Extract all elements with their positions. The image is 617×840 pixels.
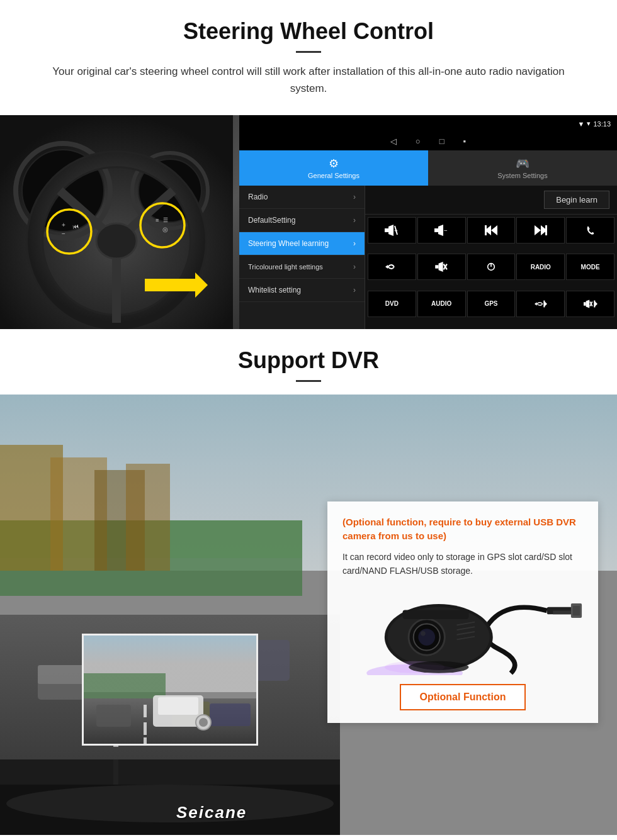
dvr-title: Support DVR — [25, 347, 592, 374]
begin-learn-row: Begin learn — [365, 186, 617, 215]
svg-text:+: + — [62, 221, 65, 228]
svg-rect-33 — [545, 225, 547, 235]
svg-point-79 — [418, 629, 435, 646]
tab-general-label: General Settings — [308, 172, 359, 179]
svg-point-10 — [96, 223, 137, 259]
status-bar: ▼ ▾ 13:13 — [239, 115, 617, 133]
dvr-demo-area: (Optional function, require to buy exter… — [0, 395, 617, 835]
menu-item-steering-wheel[interactable]: Steering Wheel learning › — [239, 232, 365, 255]
ctrl-btn-vol-down[interactable]: − — [417, 217, 466, 244]
steering-wheel-svg: + − ⏮ ≡ ☰ ◎ — [0, 115, 233, 329]
chevron-icon-4: › — [353, 262, 356, 271]
svg-marker-26 — [438, 225, 443, 236]
dvr-camera-illustration — [342, 587, 583, 675]
system-settings-icon: 🎮 — [516, 157, 529, 171]
status-icons: ▼ ▾ 13:13 — [578, 120, 611, 128]
android-nav-bar: ◁ ○ □ ▪ — [239, 133, 617, 150]
svg-rect-57 — [126, 464, 170, 571]
menu-whitelist-label: Whitelist setting — [248, 286, 301, 294]
tab-system-settings[interactable]: 🎮 System Settings — [428, 150, 617, 186]
svg-point-70 — [6, 785, 334, 822]
general-settings-icon: ⚙ — [329, 157, 339, 171]
svg-marker-28 — [491, 225, 497, 235]
recents-nav-btn[interactable]: □ — [439, 137, 444, 146]
title-divider — [296, 51, 321, 53]
menu-item-default-setting[interactable]: DefaultSetting › — [239, 209, 365, 232]
ctrl-btn-gps[interactable]: GPS — [467, 291, 516, 317]
tab-general-settings[interactable]: ⚙ General Settings — [239, 150, 428, 186]
dvr-info-card: (Optional function, require to buy exter… — [327, 501, 598, 723]
svg-point-80 — [421, 631, 426, 636]
control-buttons-grid: + − — [365, 215, 617, 329]
chevron-icon-2: › — [353, 216, 356, 225]
section-subtitle: Your original car's steering wheel contr… — [38, 59, 579, 108]
svg-rect-74 — [573, 605, 580, 615]
ctrl-btn-phone[interactable] — [566, 217, 614, 244]
dvr-camera-svg — [342, 587, 583, 675]
ctrl-btn-dvd[interactable]: DVD — [368, 291, 416, 317]
steering-section-header: Steering Wheel Control Your original car… — [0, 0, 617, 115]
signal-icon: ▼ — [578, 120, 585, 128]
svg-text:⏮: ⏮ — [72, 222, 79, 230]
ctrl-btn-mute[interactable] — [417, 254, 466, 280]
android-ui-panel: ▼ ▾ 13:13 ◁ ○ □ ▪ ⚙ General Settings 🎮 S… — [239, 115, 617, 329]
back-nav-btn[interactable]: ◁ — [390, 137, 397, 146]
optional-function-button[interactable]: Optional Function — [400, 684, 526, 710]
ctrl-btn-back[interactable] — [368, 254, 416, 280]
dvr-thumbnail-svg — [84, 636, 258, 746]
svg-point-88 — [409, 661, 469, 673]
svg-rect-94 — [144, 722, 147, 735]
menu-item-tricoloured[interactable]: Tricoloured light settings › — [239, 255, 365, 279]
seicane-logo: Seicane — [176, 803, 247, 822]
wifi-icon: ▾ — [587, 120, 591, 128]
menu-radio-label: Radio — [248, 193, 268, 201]
svg-marker-34 — [385, 265, 388, 269]
ctrl-btn-power[interactable] — [467, 254, 516, 280]
svg-marker-41 — [535, 302, 537, 305]
ctrl-btn-mode[interactable]: MODE — [566, 254, 614, 280]
ctrl-btn-radio[interactable]: RADIO — [516, 254, 565, 280]
svg-marker-45 — [586, 300, 589, 308]
svg-text:≡: ≡ — [156, 217, 159, 223]
steering-demo-area: + − ⏮ ≡ ☰ ◎ ▼ ▾ 13:13 ◁ ○ □ ▪ — [0, 115, 617, 329]
ctrl-btn-next-track[interactable] — [516, 217, 565, 244]
svg-text:☰: ☰ — [163, 217, 168, 223]
menu-item-radio[interactable]: Radio › — [239, 186, 365, 209]
ctrl-btn-mute-next[interactable] — [566, 291, 614, 317]
ctrl-btn-audio[interactable]: AUDIO — [417, 291, 466, 317]
svg-rect-96 — [96, 705, 131, 727]
svg-text:◎: ◎ — [162, 226, 168, 233]
dvr-optional-notice: (Optional function, require to buy exter… — [342, 515, 583, 544]
svg-text:−: − — [62, 230, 65, 237]
ctrl-btn-vol-up[interactable]: + — [368, 217, 416, 244]
svg-rect-30 — [485, 225, 487, 235]
dvr-description: It can record video only to storage in G… — [342, 550, 583, 578]
settings-tabs: ⚙ General Settings 🎮 System Settings — [239, 150, 617, 186]
steering-wheel-image: + − ⏮ ≡ ☰ ◎ — [0, 115, 239, 329]
tab-system-label: System Settings — [497, 172, 547, 179]
menu-panel: Radio › DefaultSetting › Steering Wheel … — [239, 186, 617, 329]
page-title: Steering Wheel Control — [25, 18, 592, 45]
svg-rect-95 — [144, 737, 147, 746]
menu-item-whitelist[interactable]: Whitelist setting › — [239, 279, 365, 302]
svg-point-102 — [199, 718, 208, 727]
menu-tricoloured-label: Tricoloured light settings — [248, 262, 323, 271]
begin-learn-button[interactable]: Begin learn — [544, 191, 609, 209]
ctrl-btn-phone-prev[interactable] — [516, 291, 565, 317]
dvr-section-header: Support DVR — [0, 329, 617, 395]
control-grid-area: Begin learn + — [365, 186, 617, 329]
ctrl-btn-prev-track[interactable] — [467, 217, 516, 244]
dvr-title-divider — [296, 380, 321, 382]
svg-text:+: + — [394, 227, 398, 234]
menu-default-label: DefaultSetting — [248, 216, 295, 225]
svg-marker-43 — [543, 300, 546, 307]
menu-nav-btn[interactable]: ▪ — [463, 137, 467, 146]
dvr-thumbnail — [82, 634, 258, 746]
home-nav-btn[interactable]: ○ — [416, 137, 421, 146]
svg-marker-49 — [594, 300, 597, 307]
chevron-icon: › — [353, 193, 356, 201]
svg-marker-36 — [439, 262, 443, 272]
chevron-icon-5: › — [353, 286, 356, 294]
svg-rect-93 — [144, 705, 147, 717]
svg-marker-31 — [535, 225, 541, 235]
